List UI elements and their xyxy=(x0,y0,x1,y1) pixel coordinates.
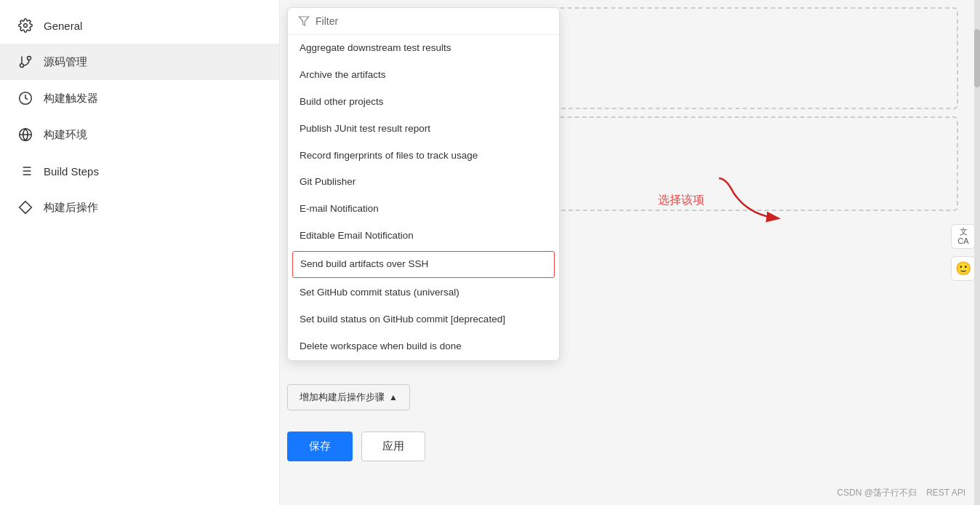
annotation-arrow xyxy=(712,171,806,229)
git-branch-icon xyxy=(17,54,33,70)
dropdown-item-set-github-universal[interactable]: Set GitHub commit status (universal) xyxy=(288,279,559,306)
sidebar-item-source-label: 源码管理 xyxy=(44,55,87,69)
save-button[interactable]: 保存 xyxy=(287,432,353,461)
sidebar-item-general[interactable]: General xyxy=(0,7,279,44)
svg-point-3 xyxy=(20,64,24,68)
chevron-up-icon: ▲ xyxy=(389,392,398,402)
dropdown-item-git-publisher[interactable]: Git Publisher xyxy=(288,169,559,196)
globe-icon xyxy=(17,127,33,143)
dropdown-item-email-notification[interactable]: E-mail Notification xyxy=(288,196,559,223)
diamond-icon xyxy=(17,199,33,215)
gear-icon xyxy=(17,17,33,33)
float-icons: 文CA 🙂 xyxy=(951,224,976,281)
filter-label: Filter xyxy=(316,15,338,27)
sidebar: General 源码管理 构建触发器 构建环境 Build Steps 构建后操… xyxy=(0,0,280,505)
apply-button[interactable]: 应用 xyxy=(361,432,425,461)
translate-icon-button[interactable]: 文CA xyxy=(951,224,976,249)
dropdown-item-record-fingerprints[interactable]: Record fingerprints of files to track us… xyxy=(288,143,559,170)
dropdown-filter-row: Filter xyxy=(288,8,559,35)
scrollbar-thumb[interactable] xyxy=(974,29,980,87)
sidebar-item-post-build-label: 构建后操作 xyxy=(44,201,98,215)
sidebar-item-trigger[interactable]: 构建触发器 xyxy=(0,80,279,116)
sidebar-item-environment-label: 构建环境 xyxy=(44,128,87,142)
dropdown-item-send-ssh[interactable]: Send build artifacts over SSH xyxy=(292,251,555,278)
dropdown-item-aggregate[interactable]: Aggregate downstream test results xyxy=(288,35,559,62)
sidebar-item-environment[interactable]: 构建环境 xyxy=(0,116,279,153)
annotation: 选择该项 xyxy=(658,171,806,229)
sidebar-item-post-build[interactable]: 构建后操作 xyxy=(0,189,279,226)
action-buttons: 保存 应用 xyxy=(287,432,425,461)
dropdown-item-publish-junit[interactable]: Publish JUnit test result report xyxy=(288,116,559,143)
svg-point-2 xyxy=(28,57,31,60)
main-content: Filter Aggregate downstream test results… xyxy=(280,0,980,505)
list-icon xyxy=(17,163,33,179)
clock-icon xyxy=(17,90,33,106)
add-post-build-step-button[interactable]: 增加构建后操作步骤 ▲ xyxy=(287,384,410,410)
sidebar-item-trigger-label: 构建触发器 xyxy=(44,92,98,106)
annotation-text: 选择该项 xyxy=(658,193,704,208)
sidebar-item-general-label: General xyxy=(44,20,82,32)
dropdown-item-editable-email[interactable]: Editable Email Notification xyxy=(288,223,559,250)
svg-marker-13 xyxy=(20,202,32,214)
footer-api-ref: REST API xyxy=(926,488,965,498)
scrollbar[interactable] xyxy=(974,0,980,505)
svg-point-0 xyxy=(24,24,28,28)
dropdown-item-build-other[interactable]: Build other projects xyxy=(288,89,559,116)
bottom-section: 增加构建后操作步骤 ▲ xyxy=(287,384,410,410)
add-step-label: 增加构建后操作步骤 xyxy=(300,391,385,404)
footer-credit: CSDN @荡子行不归 xyxy=(837,488,917,498)
dropdown-item-archive[interactable]: Archive the artifacts xyxy=(288,62,559,89)
filter-icon xyxy=(298,15,310,27)
sidebar-item-source[interactable]: 源码管理 xyxy=(0,44,279,80)
sidebar-item-build-steps-label: Build Steps xyxy=(44,165,99,178)
sidebar-item-build-steps[interactable]: Build Steps xyxy=(0,153,279,189)
face-icon-button[interactable]: 🙂 xyxy=(951,256,976,281)
svg-marker-14 xyxy=(299,17,308,25)
dropdown-item-delete-workspace[interactable]: Delete workspace when build is done xyxy=(288,333,559,360)
footer: CSDN @荡子行不归 REST API xyxy=(837,487,965,499)
post-build-dropdown: Filter Aggregate downstream test results… xyxy=(287,7,560,361)
dropdown-item-set-github-deprecated[interactable]: Set build status on GitHub commit [depre… xyxy=(288,306,559,333)
